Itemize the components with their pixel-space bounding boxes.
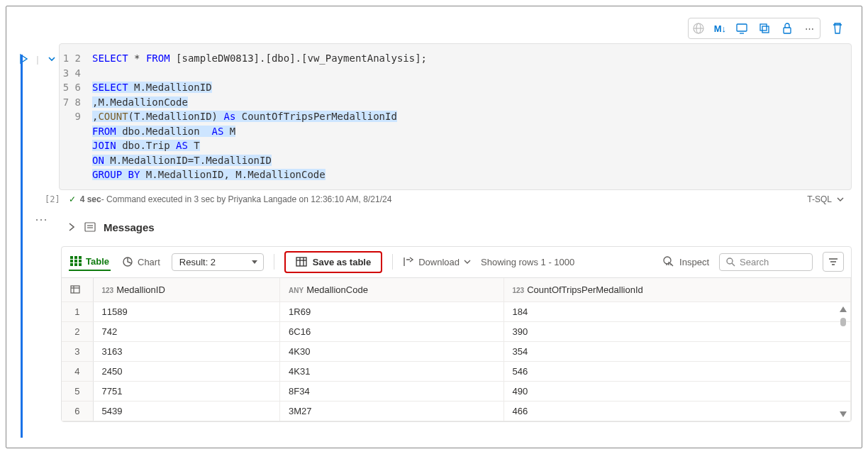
row-number: 2: [62, 322, 93, 342]
row-number: 6: [62, 402, 93, 421]
table-cell[interactable]: 4K31: [280, 362, 503, 382]
table-icon: [70, 256, 82, 266]
table-cell[interactable]: 5439: [93, 402, 280, 421]
svg-rect-17: [70, 263, 73, 266]
status-detail: - Command executed in 3 sec by Priyanka …: [101, 194, 392, 204]
table-cell[interactable]: 354: [503, 342, 851, 362]
chevron-down-icon: [464, 258, 471, 265]
cell-toolbar: M↓ ⋯: [688, 18, 845, 39]
delete-icon[interactable]: [830, 21, 845, 35]
save-as-table-button[interactable]: Save as table: [284, 251, 382, 273]
table-cell[interactable]: 1R69: [280, 302, 503, 322]
col-countoftrips[interactable]: 123CountOfTripsPerMedallionId: [503, 278, 851, 302]
row-number: 5: [62, 382, 93, 402]
table-cell[interactable]: 742: [93, 322, 280, 342]
table-cell[interactable]: 184: [503, 302, 851, 322]
table-cell[interactable]: 11589: [93, 302, 280, 322]
table-cell[interactable]: 390: [503, 322, 851, 342]
results-table[interactable]: 123MedallionID ANYMedallionCode 123Count…: [62, 278, 851, 422]
svg-rect-3: [737, 24, 747, 31]
rows-info: Showing rows 1 - 1000: [481, 257, 574, 267]
row-number: 4: [62, 362, 93, 382]
table-cell[interactable]: 3163: [93, 342, 280, 362]
messages-label[interactable]: Messages: [104, 221, 155, 233]
row-number: 3: [62, 342, 93, 362]
cell-indicator: [21, 55, 23, 438]
svg-rect-11: [70, 256, 73, 259]
globe-icon[interactable]: [691, 21, 706, 35]
status-bar: [2] ✓ 4 sec - Command executed in 3 sec …: [59, 190, 852, 209]
svg-rect-18: [74, 263, 77, 266]
table-cell[interactable]: 7751: [93, 382, 280, 402]
success-icon: ✓: [69, 194, 76, 204]
language-label[interactable]: T-SQL: [807, 194, 832, 204]
status-duration: 4 sec: [80, 194, 101, 204]
col-medallionid[interactable]: 123MedallionID: [93, 278, 280, 302]
results-panel: Table Chart Result: 2 Save as table: [61, 246, 852, 423]
chevron-down-icon[interactable]: [836, 195, 845, 204]
download-button[interactable]: Download: [403, 256, 471, 267]
table-cell[interactable]: 8F34: [280, 382, 503, 402]
cell-more-icon[interactable]: ⋯: [35, 211, 48, 423]
svg-line-29: [732, 263, 735, 266]
svg-rect-21: [296, 258, 306, 266]
table-row[interactable]: 654393M27466: [62, 402, 851, 421]
svg-point-28: [727, 258, 733, 264]
table-cell[interactable]: 3M27: [280, 402, 503, 421]
line-gutter: 1 2 3 4 5 6 7 8 9: [60, 51, 92, 182]
svg-rect-8: [85, 223, 95, 231]
table-row[interactable]: 577518F34490: [62, 382, 851, 402]
table-cell[interactable]: 6C16: [280, 322, 503, 342]
svg-point-26: [664, 257, 671, 264]
svg-rect-6: [762, 26, 769, 33]
col-medallioncode[interactable]: ANYMedallionCode: [280, 278, 503, 302]
table-row[interactable]: 27426C16390: [62, 322, 851, 342]
table-cell[interactable]: 2450: [93, 362, 280, 382]
search-icon: [725, 257, 735, 267]
row-number: 1: [62, 302, 93, 322]
table-cell[interactable]: 4K30: [280, 342, 503, 362]
inspect-icon: [662, 255, 675, 268]
svg-rect-19: [79, 263, 82, 266]
messages-icon: [84, 221, 96, 233]
inspect-button[interactable]: Inspect: [662, 255, 709, 268]
svg-rect-5: [760, 24, 767, 31]
svg-rect-7: [784, 28, 791, 33]
svg-rect-12: [74, 256, 77, 259]
table-cell[interactable]: 466: [503, 402, 851, 421]
table-row[interactable]: 331634K30354: [62, 342, 851, 362]
filter-icon: [828, 257, 839, 267]
more-icon[interactable]: ⋯: [803, 21, 817, 35]
run-icon[interactable]: [16, 52, 30, 66]
table-row[interactable]: 424504K31546: [62, 362, 851, 382]
result-selector[interactable]: Result: 2: [172, 253, 264, 271]
svg-rect-16: [79, 260, 82, 262]
svg-rect-13: [79, 256, 82, 259]
run-dropdown-icon[interactable]: [45, 52, 59, 66]
markdown-icon[interactable]: M↓: [714, 21, 726, 35]
svg-rect-33: [71, 286, 79, 293]
chart-icon: [122, 256, 133, 267]
svg-rect-14: [70, 260, 73, 262]
filter-button[interactable]: [823, 252, 844, 272]
table-scrollbar[interactable]: [840, 306, 847, 418]
code-editor[interactable]: 1 2 3 4 5 6 7 8 9 SELECT * FROM [sampleD…: [59, 43, 852, 190]
search-input[interactable]: Search: [719, 253, 813, 271]
expand-icon[interactable]: [67, 222, 77, 232]
table-cell[interactable]: 546: [503, 362, 851, 382]
code-content[interactable]: SELECT * FROM [sampleDW0813].[dbo].[vw_P…: [92, 51, 427, 182]
lock-icon[interactable]: [780, 21, 794, 35]
table-row[interactable]: 1115891R69184: [62, 302, 851, 322]
exec-count: [2]: [45, 194, 60, 204]
tab-table[interactable]: Table: [69, 253, 111, 271]
svg-rect-15: [74, 260, 77, 262]
row-header-icon[interactable]: [62, 278, 93, 302]
download-icon: [403, 256, 414, 267]
tab-chart[interactable]: Chart: [121, 253, 162, 270]
table-cell[interactable]: 490: [503, 382, 851, 402]
monitor-icon[interactable]: [735, 21, 749, 35]
save-table-icon: [296, 257, 307, 267]
copy-icon[interactable]: [757, 21, 772, 35]
